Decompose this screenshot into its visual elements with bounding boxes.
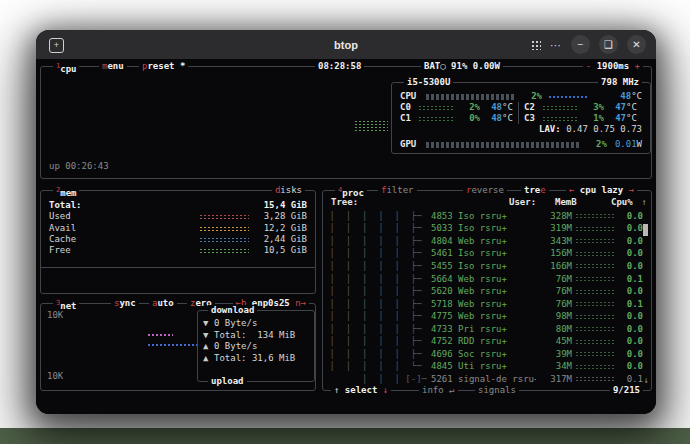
process-row[interactable]: │ │ │ │ │ ├─ 4775 Web rsru+ 98M 0.0 bbox=[327, 310, 643, 323]
preset-button[interactable]: preset * bbox=[139, 61, 188, 72]
mem-row-graph bbox=[199, 236, 249, 243]
core-c0-temp: 48 bbox=[480, 102, 502, 113]
process-cpu-graph bbox=[575, 351, 615, 357]
close-button[interactable]: ✕ bbox=[627, 35, 646, 54]
mem-total-row: Total: 15,4 GiB bbox=[41, 200, 315, 211]
scrollbar-thumb[interactable] bbox=[643, 224, 648, 236]
process-command: 5718 Web rsru+ bbox=[427, 299, 536, 310]
filter-button[interactable]: filter bbox=[378, 185, 417, 196]
auto-button[interactable]: auto bbox=[149, 298, 177, 309]
process-mem: 76M bbox=[536, 286, 572, 297]
process-row[interactable]: │ │ │ │ │ ├─ 4752 RDD rsru+ 45M 0.0 bbox=[327, 335, 643, 348]
upload-label: upload bbox=[208, 376, 247, 387]
process-cpu: 0.1 bbox=[615, 299, 643, 310]
info-button[interactable]: info ↵ bbox=[419, 385, 458, 396]
mem-box-title[interactable]: 2mem bbox=[53, 185, 79, 199]
preset-label: reset * bbox=[147, 61, 185, 71]
process-row[interactable]: │ │ │ │ │ ├─ 5455 Iso rsru+ 166M 0.0 bbox=[327, 260, 643, 273]
process-cpu-graph bbox=[575, 314, 615, 320]
iface-next-button[interactable]: n→ bbox=[295, 298, 306, 308]
process-row[interactable]: │ │ │ │ │ ├─ 4733 Pri rsru+ 80M 0.0 bbox=[327, 323, 643, 336]
core-c3-label: C3 bbox=[524, 113, 542, 124]
core-c1-label: C1 bbox=[400, 113, 418, 124]
core-c1-temp: 48 bbox=[480, 113, 502, 124]
sort-direction-icon: ↑ bbox=[642, 197, 647, 208]
process-row[interactable]: │ │ │ [-]─ 5261 signal-de rsru+ 317M 0.1 bbox=[327, 373, 643, 386]
column-cpu[interactable]: Cpu% bbox=[611, 197, 633, 208]
mem-total-value: 15,4 GiB bbox=[264, 200, 307, 211]
process-cpu: 0.0 bbox=[615, 236, 643, 247]
gpu-percent: 2% bbox=[581, 139, 607, 150]
core-c2-temp-unit: °C bbox=[626, 102, 637, 113]
process-row[interactable]: │ │ │ │ │ ├─ 4804 Web rsru+ 343M 0.0 bbox=[327, 235, 643, 248]
process-mem: 76M bbox=[536, 299, 572, 310]
process-user: rsru+ bbox=[480, 236, 507, 246]
net-stat-value: Total: 31,6 MiB bbox=[214, 353, 295, 364]
mem-row-label: Cache bbox=[49, 234, 95, 245]
menu-dots-icon[interactable]: ⋯ bbox=[550, 40, 562, 50]
tree-toggle[interactable]: tree bbox=[521, 185, 549, 196]
process-row[interactable]: │ │ │ │ │ ├─ 4853 Iso rsru+ 328M 0.0 bbox=[327, 210, 643, 223]
process-row[interactable]: │ │ │ │ │ ├─ 5461 Iso rsru+ 156M 0.0 bbox=[327, 248, 643, 261]
sort-column-switcher[interactable]: ← cpu lazy → bbox=[566, 185, 637, 196]
column-tree[interactable]: Tree: bbox=[331, 197, 358, 208]
process-row[interactable]: │ │ │ │ │ ├─ 5033 Iso rsru+ 319M 0.0 bbox=[327, 223, 643, 236]
net-stat-value: Total: 134 MiB bbox=[214, 330, 295, 341]
process-row[interactable]: │ │ │ │ │ ├─ 4696 Soc rsru+ 39M 0.0 bbox=[327, 348, 643, 361]
mem-row-graph bbox=[199, 225, 249, 232]
sync-button[interactable]: sync bbox=[111, 298, 139, 309]
cpu-box-title[interactable]: 1cpu bbox=[53, 61, 79, 75]
process-pid: 4853 bbox=[431, 211, 453, 221]
process-row[interactable]: │ │ │ │ │ ├─ 5620 Web rsru+ 76M 0.0 bbox=[327, 285, 643, 298]
select-down-icon[interactable]: ↓ bbox=[383, 385, 388, 395]
sort-next-button[interactable]: → bbox=[629, 185, 634, 195]
grid-icon[interactable] bbox=[531, 40, 541, 50]
reverse-button[interactable]: reverse bbox=[463, 185, 507, 196]
process-user: rsru+ bbox=[512, 374, 536, 384]
select-label: select bbox=[345, 385, 378, 395]
process-cpu: 0.0 bbox=[615, 286, 643, 297]
process-row[interactable]: │ │ │ │ │ └─ 4845 Uti rsru+ 34M 0.0 bbox=[327, 361, 643, 374]
net-upload-graph bbox=[147, 332, 173, 337]
core-c3-temp-unit: °C bbox=[626, 113, 637, 124]
disks-toggle[interactable]: disks bbox=[272, 185, 305, 196]
refresh-rate-control[interactable]: - 1900ms + bbox=[583, 61, 643, 72]
process-row[interactable]: │ │ │ │ │ ├─ 5664 Web rsru+ 76M 0.1 bbox=[327, 273, 643, 286]
menu-label: enu bbox=[107, 61, 123, 71]
refresh-plus-button[interactable]: + bbox=[635, 61, 640, 71]
mem-row: Avail 12,2 GiB bbox=[41, 223, 315, 234]
column-memb[interactable]: MemB bbox=[555, 197, 577, 208]
battery-percent: 91% bbox=[451, 61, 467, 71]
select-control[interactable]: ↑ select ↓ bbox=[331, 385, 391, 396]
process-cpu-graph bbox=[575, 238, 615, 244]
select-up-icon[interactable]: ↑ bbox=[334, 385, 339, 395]
scroll-down-icon[interactable]: ↓ bbox=[644, 375, 649, 386]
process-command: 4845 Uti rsru+ bbox=[427, 361, 536, 372]
net-stat-value: 0 Byte/s bbox=[214, 341, 257, 352]
core-c2-percent: 3% bbox=[580, 102, 604, 113]
core-c1-percent: 0% bbox=[456, 113, 480, 124]
refresh-minus-button[interactable]: - bbox=[586, 61, 591, 71]
refresh-value: 1900ms bbox=[597, 61, 630, 71]
core-c0-graph bbox=[418, 105, 454, 111]
menu-button[interactable]: menu bbox=[99, 61, 127, 72]
net-scale-bottom: 10K bbox=[47, 371, 63, 382]
core-c0-temp-unit: °C bbox=[502, 102, 513, 113]
window-titlebar[interactable]: + btop ⋯ − ❑ ✕ bbox=[36, 30, 656, 59]
process-user: rsru+ bbox=[480, 223, 507, 233]
process-row[interactable]: │ │ │ │ │ ├─ 5718 Web rsru+ 76M 0.1 bbox=[327, 298, 643, 311]
tree-branch: │ │ │ │ │ └─ bbox=[327, 361, 427, 372]
process-name: Iso bbox=[458, 248, 474, 258]
process-cpu: 0.0 bbox=[615, 223, 643, 234]
process-command: 4853 Iso rsru+ bbox=[427, 211, 536, 222]
process-user: rsru+ bbox=[480, 349, 507, 359]
maximize-button[interactable]: ❑ bbox=[599, 35, 618, 54]
process-list: │ │ │ │ │ ├─ 4853 Iso rsru+ 328M 0.0 │ │… bbox=[327, 210, 643, 386]
net-direction-icon: ▼ bbox=[203, 318, 214, 329]
minimize-button[interactable]: − bbox=[571, 35, 590, 54]
sort-prev-button[interactable]: ← bbox=[569, 185, 574, 195]
tree-branch: │ │ │ │ │ ├─ bbox=[327, 211, 427, 222]
signals-button[interactable]: signals bbox=[475, 385, 519, 396]
process-user: rsru+ bbox=[480, 336, 507, 346]
column-user[interactable]: User: bbox=[509, 197, 536, 208]
